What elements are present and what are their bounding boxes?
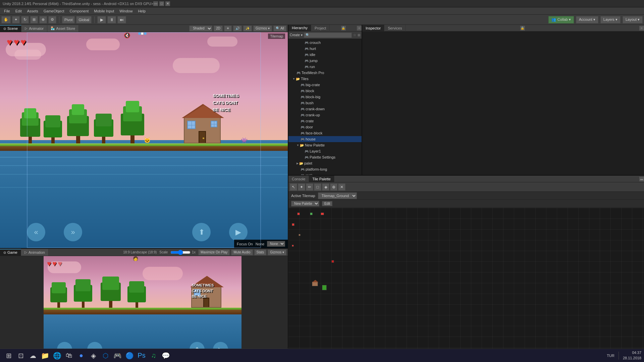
menu-assets[interactable]: Assets <box>24 8 41 14</box>
active-tilemap-dropdown[interactable]: Tilemap_Ground <box>318 192 357 199</box>
scene-canvas[interactable]: ♥ ♥ ♥ SOMETIMESCATS DONTBE NICE 🐱 🔇 👾 <box>0 32 288 248</box>
tool-move[interactable]: ✦ <box>12 16 20 23</box>
hier-item-layer1[interactable]: 🎮Layer1 <box>288 148 362 154</box>
taskbar-edge[interactable]: 🌐 <box>51 350 63 362</box>
menu-file[interactable]: File <box>1 8 13 14</box>
layout-dropdown[interactable]: Layout ▾ <box>623 16 643 23</box>
play-button[interactable]: ▶ <box>97 16 106 23</box>
menu-component[interactable]: Component <box>67 8 91 14</box>
step-button[interactable]: ⏭ <box>117 16 126 23</box>
hier-item-crank-up[interactable]: 🎮crank-up <box>288 112 362 118</box>
pause-button[interactable]: ⏸ <box>107 16 116 23</box>
minimize-button[interactable]: — <box>153 1 158 6</box>
collab-button[interactable]: 👥 Collab ▾ <box>548 16 574 23</box>
hier-item-hurt[interactable]: 🎮hurt <box>288 46 362 52</box>
tool-custom[interactable]: ⚙ <box>48 16 56 23</box>
hier-item-crouch[interactable]: 🎮crouch <box>288 40 362 46</box>
tool-rotate[interactable]: ↻ <box>21 16 29 23</box>
tab-scene[interactable]: ⊙ Scene <box>0 25 21 32</box>
focus-on-dropdown[interactable]: None <box>267 241 285 247</box>
hier-item-block[interactable]: 🎮block <box>288 88 362 94</box>
close-button[interactable]: ✕ <box>165 1 170 6</box>
hier-item-idle[interactable]: 🎮idle <box>288 52 362 58</box>
tab-game[interactable]: ⊙ Game <box>0 249 21 256</box>
taskbar-start[interactable]: ⊞ <box>3 350 15 362</box>
tab-hierarchy[interactable]: Hierarchy <box>288 25 311 32</box>
hier-item-crate[interactable]: 🎮crate <box>288 118 362 124</box>
layers-dropdown[interactable]: Layers ▾ <box>600 16 621 23</box>
hier-item-palet[interactable]: ▶📂palet <box>288 160 362 166</box>
hierarchy-lock-btn[interactable]: 🔒 <box>341 26 346 31</box>
taskbar-unity[interactable]: ◈ <box>87 350 99 362</box>
hier-item-crank-down[interactable]: 🎮crank-down <box>288 106 362 112</box>
search-button[interactable]: 🔍 All <box>273 25 286 32</box>
audio-toggle[interactable]: 🔊 <box>233 25 242 32</box>
mute-audio-btn[interactable]: Mute Audio <box>231 249 253 255</box>
gizmos-button[interactable]: Gizmos ▾ <box>253 25 272 32</box>
taskbar-vscode[interactable]: ⬡ <box>99 350 111 362</box>
hier-item-tiles[interactable]: ▼📂Tiles <box>288 76 362 82</box>
menu-window[interactable]: Window <box>117 8 135 14</box>
hierarchy-menu-btn[interactable]: ≡ <box>357 26 362 31</box>
palette-tile-2[interactable] <box>310 213 313 215</box>
palette-tool-move[interactable]: ✦ <box>298 183 305 191</box>
hier-item-platform-long[interactable]: 🎮platform-long <box>288 166 362 172</box>
stats-btn[interactable]: Stats <box>254 249 267 255</box>
hier-icon-btn-1[interactable]: ☆ <box>353 33 356 37</box>
shading-dropdown[interactable]: Shaded <box>189 25 212 32</box>
tab-tile-palette[interactable]: Tile Palette <box>309 176 334 182</box>
palette-tile-5[interactable] <box>299 234 301 236</box>
edit-palette-button[interactable]: Edit <box>322 201 332 206</box>
palette-tree-tile[interactable] <box>322 285 327 290</box>
hier-item-block-big[interactable]: 🎮block-big <box>288 94 362 100</box>
game-gizmos-btn[interactable]: Gizmos ▾ <box>268 249 286 255</box>
hier-item-jump[interactable]: 🎮jump <box>288 58 362 64</box>
taskbar-rider[interactable]: 🎮 <box>111 350 123 362</box>
hier-item-bush[interactable]: 🎮bush <box>288 100 362 106</box>
menu-mobileinput[interactable]: Mobile Input <box>91 8 117 14</box>
hier-item-door[interactable]: 🎮door <box>288 124 362 130</box>
nav-btn-right-right[interactable]: » <box>64 223 82 241</box>
palette-house-tile[interactable] <box>312 282 318 286</box>
taskbar-explorer[interactable]: 📁 <box>39 350 51 362</box>
tool-rect[interactable]: ⊕ <box>39 16 47 23</box>
light-toggle[interactable]: ☀ <box>224 25 232 32</box>
tool-scale[interactable]: ⊞ <box>30 16 38 23</box>
tab-animation[interactable]: ▷ Animation <box>21 249 49 256</box>
tab-animator[interactable]: ▷ Animator <box>21 25 47 32</box>
account-dropdown[interactable]: Account ▾ <box>576 16 598 23</box>
taskbar-store[interactable]: 🛍 <box>63 350 75 362</box>
maximize-on-play-btn[interactable]: Maximize On Play <box>198 249 230 255</box>
inspector-menu-btn[interactable]: ≡ <box>639 26 644 31</box>
scale-slider[interactable] <box>170 250 191 255</box>
hier-item-textmesh[interactable]: 🎮TextMesh Pro <box>288 70 362 76</box>
palette-tool-eyedrop[interactable]: ⊕ <box>330 183 337 191</box>
palette-tile-3[interactable] <box>321 213 324 215</box>
hier-item-run[interactable]: 🎮run <box>288 64 362 70</box>
palette-tool-erase[interactable]: ✕ <box>338 183 345 191</box>
palette-tool-box[interactable]: □ <box>314 183 321 191</box>
menu-gameobject[interactable]: GameObject <box>41 8 67 14</box>
hier-item-face-block[interactable]: 🎮face-block <box>288 130 362 136</box>
taskbar-chrome[interactable]: ● <box>75 350 87 362</box>
nav-btn-left-left[interactable]: « <box>27 223 45 241</box>
taskbar-discord[interactable]: 💬 <box>160 350 172 362</box>
palette-tile-1[interactable] <box>297 213 300 215</box>
menu-edit[interactable]: Edit <box>13 8 24 14</box>
pivot-button[interactable]: Pivot <box>62 16 75 23</box>
hier-item-big-crate[interactable]: 🎮big-crate <box>288 82 362 88</box>
tab-inspector[interactable]: Inspector <box>362 25 384 32</box>
hier-item-rock[interactable]: 🎮rock <box>288 172 362 175</box>
palette-tool-select[interactable]: ↖ <box>290 183 297 191</box>
hier-item-new-palette[interactable]: ▼📂New Palette <box>288 142 362 148</box>
taskbar-spotify[interactable]: ♫ <box>148 350 160 362</box>
palette-tile-4[interactable] <box>292 223 294 226</box>
console-menu-btn[interactable]: ▬ <box>639 177 644 181</box>
hier-item-house[interactable]: 🎮house <box>288 136 362 142</box>
tool-hand[interactable]: ✋ <box>1 16 11 23</box>
taskbar-search[interactable]: ⊡ <box>15 350 27 362</box>
tab-console[interactable]: Console <box>288 176 309 182</box>
taskbar-photoshop[interactable]: Ps <box>136 350 148 362</box>
palette-grid[interactable] <box>288 208 644 354</box>
global-button[interactable]: Global <box>76 16 92 23</box>
